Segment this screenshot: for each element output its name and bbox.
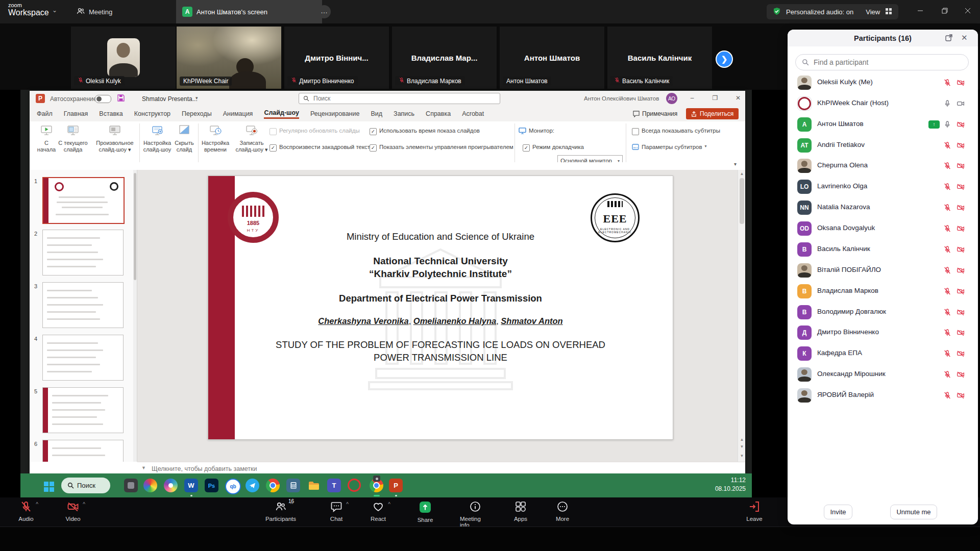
ppt-minimize-button[interactable]: – <box>687 94 697 102</box>
muted-mic-icon[interactable] <box>943 245 951 256</box>
ribbon-button-play[interactable]: С начала <box>35 123 58 153</box>
video-off-icon[interactable] <box>957 391 965 402</box>
caret-up-icon[interactable]: ^ <box>290 502 293 507</box>
tab-shared-screen[interactable]: A Антон Шматов's screen <box>176 0 322 23</box>
autosave-toggle[interactable] <box>95 95 111 103</box>
ppt-tab-Справка[interactable]: Справка <box>426 110 451 117</box>
participant-row[interactable]: NNNatalia Nazarova <box>788 197 978 218</box>
scrollbar-thumb[interactable] <box>740 178 744 224</box>
slide-thumbnail-2[interactable] <box>42 230 124 276</box>
muted-mic-icon[interactable] <box>943 183 951 193</box>
comments-button[interactable]: Примечания <box>633 108 677 119</box>
video-off-icon[interactable] <box>957 224 965 235</box>
opera-taskbar-icon[interactable] <box>348 479 361 492</box>
view-grid-icon[interactable] <box>885 8 892 16</box>
video-off-icon[interactable] <box>957 183 965 193</box>
ppt-tab-Слайд-шоу[interactable]: Слайд-шоу <box>264 109 299 119</box>
scroll-up-icon[interactable]: ▲ <box>738 171 745 176</box>
muted-mic-icon[interactable] <box>943 329 951 339</box>
muted-mic-icon[interactable] <box>943 349 951 360</box>
ribbon-button-record[interactable]: Записать слайд-шоу ▾ <box>231 123 272 153</box>
video-off-icon[interactable] <box>957 349 965 360</box>
unmute-me-button[interactable]: Unmute me <box>890 505 937 519</box>
photoshop-taskbar-icon[interactable]: Ps <box>205 479 218 492</box>
checkbox-icon[interactable]: ✓ <box>270 144 277 152</box>
tab-more-button[interactable]: … <box>317 5 331 18</box>
ribbon-button-setup[interactable]: Настройка слайд-шоу <box>142 123 173 153</box>
next-participants-arrow[interactable]: ❯ <box>716 51 733 68</box>
ppt-user-avatar[interactable]: АО <box>666 93 677 104</box>
video-tile-4[interactable]: Владислав Мар...Владислав Марков <box>392 27 497 89</box>
video-off-icon[interactable] <box>957 141 965 152</box>
chevron-down-icon[interactable]: ⌄ <box>52 7 57 14</box>
popout-panel-icon[interactable] <box>945 34 953 44</box>
video-off-icon[interactable] <box>957 370 965 381</box>
next-slide-icon[interactable]: ▼ <box>738 444 745 449</box>
powerpoint-taskbar-icon[interactable]: P <box>389 479 403 492</box>
personalized-audio-pill[interactable]: Personalized audio: on View <box>767 4 898 19</box>
ribbon-checkbox[interactable]: ✓Показать элементы управления проигрыват… <box>370 144 513 151</box>
invite-button[interactable]: Invite <box>824 505 852 519</box>
participant-row[interactable]: ККафедра ЕПА <box>788 343 978 364</box>
participant-row[interactable]: AАнтон Шматов↑ <box>788 114 978 135</box>
collapse-notes-icon[interactable]: ▼ <box>141 465 146 470</box>
muted-mic-icon[interactable] <box>943 308 951 318</box>
close-panel-icon[interactable]: ✕ <box>961 33 968 42</box>
video-tile-6[interactable]: Василь КалінчикВасиль Калінчик <box>607 27 712 89</box>
video-off-icon[interactable] <box>957 287 965 297</box>
collapse-ribbon-icon[interactable]: ▾ <box>734 161 737 167</box>
checkbox-icon[interactable] <box>632 128 639 135</box>
video-tile-2[interactable]: KhPIWeek Chair <box>177 27 281 89</box>
thumbnail-scrollbar[interactable] <box>133 170 137 462</box>
ppt-tab-Acrobat[interactable]: Acrobat <box>462 110 484 117</box>
muted-mic-icon[interactable] <box>943 287 951 297</box>
video-off-icon[interactable] <box>957 79 965 89</box>
toolbar-apps-button[interactable]: Apps <box>505 500 536 522</box>
ppt-tab-Переходы[interactable]: Переходы <box>182 110 212 117</box>
taskbar-search[interactable]: Поиск <box>61 478 110 493</box>
document-title[interactable]: Shmatov Presenta... <box>142 95 198 103</box>
ppt-tab-Запись[interactable]: Запись <box>394 110 414 117</box>
restore-button[interactable] <box>940 7 950 17</box>
toolbar-more-button[interactable]: More <box>547 500 578 522</box>
mic-icon[interactable] <box>943 99 951 110</box>
ribbon-checkbox[interactable]: Регулярно обновлять слайды <box>270 128 360 135</box>
participant-row[interactable]: Віталій ПОБІГАЙЛО <box>788 260 978 281</box>
participant-row[interactable]: ДДмитро Вінниченко <box>788 322 978 343</box>
slide-scrollbar[interactable]: ▲ ▲ ▼ ▼ <box>738 170 745 462</box>
ribbon-checkbox[interactable]: Всегда показывать субтитры <box>632 128 720 135</box>
video-on-icon[interactable] <box>957 99 965 110</box>
ppt-tab-Рецензирование[interactable]: Рецензирование <box>310 110 360 117</box>
word-taskbar-icon[interactable]: W <box>184 479 198 492</box>
ppt-tab-Анимация[interactable]: Анимация <box>223 110 253 117</box>
video-tile-1[interactable]: Oleksii Kulyk <box>71 27 176 89</box>
slide-thumbnail-6[interactable] <box>42 440 124 462</box>
caret-up-icon[interactable]: ^ <box>83 502 85 507</box>
video-off-icon[interactable] <box>957 204 965 214</box>
video-off-icon[interactable] <box>957 120 965 131</box>
tab-meeting[interactable]: Meeting <box>70 0 118 23</box>
toolbar-video-button[interactable]: ^Video <box>58 500 88 522</box>
ppt-close-button[interactable]: ✕ <box>733 94 743 102</box>
ppt-search-box[interactable] <box>299 93 500 104</box>
toolbar-leave-button[interactable]: Leave <box>739 500 770 522</box>
checkbox-icon[interactable] <box>270 128 277 135</box>
ribbon-button-rehearse[interactable]: Настройка времени <box>200 123 231 153</box>
muted-mic-icon[interactable] <box>943 204 951 214</box>
ppt-search-input[interactable] <box>312 94 468 103</box>
toolbar-info-button[interactable]: Meeting info <box>460 500 491 528</box>
muted-mic-icon[interactable] <box>943 224 951 235</box>
dark-taskbar-icon[interactable] <box>124 479 138 492</box>
view-button[interactable]: View <box>866 8 880 16</box>
ppt-tab-Файл[interactable]: Файл <box>37 110 53 117</box>
muted-mic-icon[interactable] <box>943 141 951 152</box>
muted-mic-icon[interactable] <box>943 79 951 89</box>
participant-row[interactable]: Oleksii Kulyk (Me) <box>788 72 978 93</box>
folder-taskbar-icon[interactable] <box>307 479 321 492</box>
video-off-icon[interactable] <box>957 266 965 277</box>
muted-mic-icon[interactable] <box>943 162 951 172</box>
paint-taskbar-icon[interactable] <box>143 479 157 492</box>
video-off-icon[interactable] <box>957 308 965 318</box>
slide-thumbnail-4[interactable] <box>42 335 124 381</box>
calc-taskbar-icon[interactable] <box>286 479 300 492</box>
